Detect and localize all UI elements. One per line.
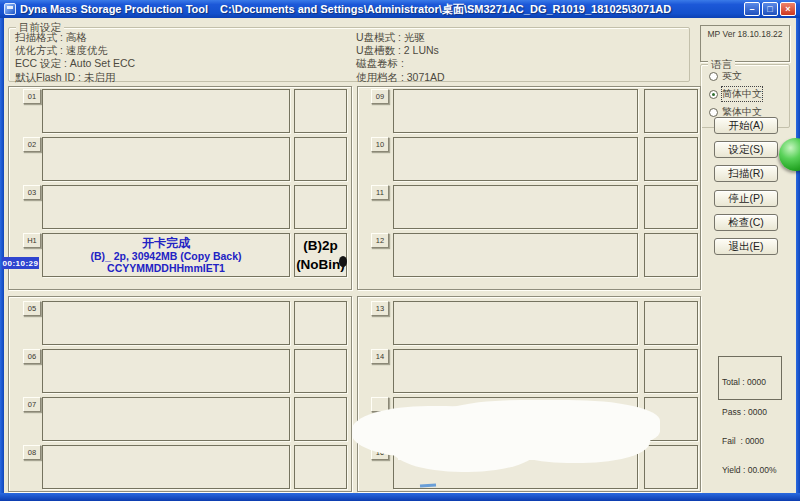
slot-result-box-11 <box>644 185 698 229</box>
setting-optimize-mode: 优化方式 : 速度优先 <box>15 44 135 57</box>
slot-result-box-h1: (B)2p (NoBin) <box>294 233 347 277</box>
panel-top-left: 01 02 03 H1 开卡完成 (B)_ 2p, 30942MB (Copy … <box>8 86 352 290</box>
mp-version-text: MP Ver 18.10.18.22 <box>708 29 783 39</box>
h1-result-line2: (NoBin) <box>296 257 345 272</box>
settings-left-column: 扫描格式 : 高格 优化方式 : 速度优先 ECC 设定 : Auto Set … <box>15 31 135 84</box>
start-button[interactable]: 开始(A) <box>714 117 778 134</box>
slot-result-box-08 <box>294 445 347 489</box>
stat-fail: Fail : 0000 <box>722 437 778 447</box>
stop-button[interactable]: 停止(P) <box>714 190 778 207</box>
slot-result-box-14 <box>644 349 698 393</box>
maximize-icon: □ <box>767 5 772 14</box>
slot-status-box-08 <box>42 445 290 489</box>
setting-usb-mode: U盘模式 : 光驱 <box>356 31 445 44</box>
window-title-path: C:\Documents and Settings\Administrator\… <box>220 2 671 17</box>
panel-top-right: 09 10 11 12 <box>357 86 701 290</box>
stat-yield: Yield : 00.00% <box>722 466 778 476</box>
check-button[interactable]: 检查(C) <box>714 214 778 231</box>
h1-status-line2: (B)_ 2p, 30942MB (Copy Back) <box>90 250 241 262</box>
settings-right-column: U盘模式 : 光驱 U盘槽数 : 2 LUNs 磁盘卷标 : 使用档名 : 30… <box>356 31 445 84</box>
slot-status-box-10 <box>393 137 638 181</box>
setting-lun-count: U盘槽数 : 2 LUNs <box>356 44 445 57</box>
slot-status-box-11 <box>393 185 638 229</box>
exit-button[interactable]: 退出(E) <box>714 238 778 255</box>
slot-result-box-01 <box>294 89 347 133</box>
slot-status-box-07 <box>42 397 290 441</box>
h1-result-line1: (B)2p <box>303 238 338 253</box>
slot-status-box-h1: 开卡完成 (B)_ 2p, 30942MB (Copy Back) CCYYMM… <box>42 233 290 277</box>
green-ball-widget[interactable] <box>779 138 800 171</box>
black-dot-artifact <box>339 256 347 267</box>
maximize-button[interactable]: □ <box>762 2 778 16</box>
white-blob-overlay <box>398 430 598 460</box>
slot-result-box-06 <box>294 349 347 393</box>
slot-label-11[interactable]: 11 <box>371 185 389 200</box>
slot-status-box-14 <box>393 349 638 393</box>
setting-volume-label: 磁盘卷标 : <box>356 57 445 70</box>
window-controls: – □ × <box>744 2 796 16</box>
panel-bottom-left: 05 06 07 08 <box>8 296 352 492</box>
setting-scan-format: 扫描格式 : 高格 <box>15 31 135 44</box>
window-title: Dyna Mass Storage Production Tool <box>20 3 208 15</box>
slot-result-box-07 <box>294 397 347 441</box>
radio-icon <box>709 108 718 117</box>
slot-result-box-10 <box>644 137 698 181</box>
slot-result-box-12 <box>644 233 698 277</box>
slot-label-02[interactable]: 02 <box>23 137 41 152</box>
slot-result-box-09 <box>644 89 698 133</box>
slot-status-box-01 <box>42 89 290 133</box>
h1-status-line3: CCYYMMDDHHmmIET1 <box>107 262 225 274</box>
slot-result-box-16 <box>644 445 698 489</box>
scan-button[interactable]: 扫描(R) <box>714 165 778 182</box>
slot-label-10[interactable]: 10 <box>371 137 389 152</box>
slot-status-box-12 <box>393 233 638 277</box>
stats-box: Total : 0000 Pass : 0000 Fail : 0000 Yie… <box>718 356 782 400</box>
minimize-icon: – <box>749 5 754 14</box>
stat-total: Total : 0000 <box>722 378 778 388</box>
stat-pass: Pass : 0000 <box>722 408 778 418</box>
h1-status-line1: 开卡完成 <box>142 237 190 250</box>
slot-result-box-13 <box>644 301 698 345</box>
window-border-bottom <box>0 493 800 501</box>
setting-file-name: 使用档名 : 3071AD <box>356 71 445 84</box>
setting-default-flash-id: 默认Flash ID : 未启用 <box>15 71 135 84</box>
slot-status-box-05 <box>42 301 290 345</box>
slot-result-box-05 <box>294 301 347 345</box>
slot-label-01[interactable]: 01 <box>23 89 41 104</box>
titlebar: Dyna Mass Storage Production Tool C:\Doc… <box>0 0 800 18</box>
slot-status-box-09 <box>393 89 638 133</box>
window-border-right <box>796 18 800 501</box>
language-option-simplified-chinese[interactable]: 简体中文 <box>709 87 789 101</box>
close-icon: × <box>785 5 790 14</box>
app-window: Dyna Mass Storage Production Tool C:\Doc… <box>0 0 800 501</box>
slot-status-box-02 <box>42 137 290 181</box>
slot-label-05[interactable]: 05 <box>23 301 41 316</box>
mp-version-box: MP Ver 18.10.18.22 <box>700 25 790 62</box>
language-group-title: 语言 <box>708 58 735 72</box>
radio-checked-icon <box>709 90 718 99</box>
slot-label-08[interactable]: 08 <box>23 445 41 460</box>
slot-label-07[interactable]: 07 <box>23 397 41 412</box>
radio-label: 简体中文 <box>722 87 762 101</box>
minimize-button[interactable]: – <box>744 2 760 16</box>
settings-button[interactable]: 设定(S) <box>714 141 778 158</box>
slot-label-09[interactable]: 09 <box>371 89 389 104</box>
slot-status-box-13 <box>393 301 638 345</box>
current-settings-group: 目前设定 扫描格式 : 高格 优化方式 : 速度优先 ECC 设定 : Auto… <box>8 27 690 82</box>
slot-status-box-03 <box>42 185 290 229</box>
h1-timer: 00:10:29 <box>2 257 39 269</box>
radio-icon <box>709 72 718 81</box>
close-button[interactable]: × <box>780 2 796 16</box>
slot-result-box-03 <box>294 185 347 229</box>
slot-label-06[interactable]: 06 <box>23 349 41 364</box>
slot-label-13[interactable]: 13 <box>371 301 389 316</box>
slot-label-14[interactable]: 14 <box>371 349 389 364</box>
slot-label-12[interactable]: 12 <box>371 233 389 248</box>
slot-result-box-02 <box>294 137 347 181</box>
app-icon <box>4 3 16 15</box>
slot-status-box-06 <box>42 349 290 393</box>
slot-label-h1[interactable]: H1 <box>23 233 41 248</box>
slot-label-03[interactable]: 03 <box>23 185 41 200</box>
setting-ecc: ECC 设定 : Auto Set ECC <box>15 57 135 70</box>
